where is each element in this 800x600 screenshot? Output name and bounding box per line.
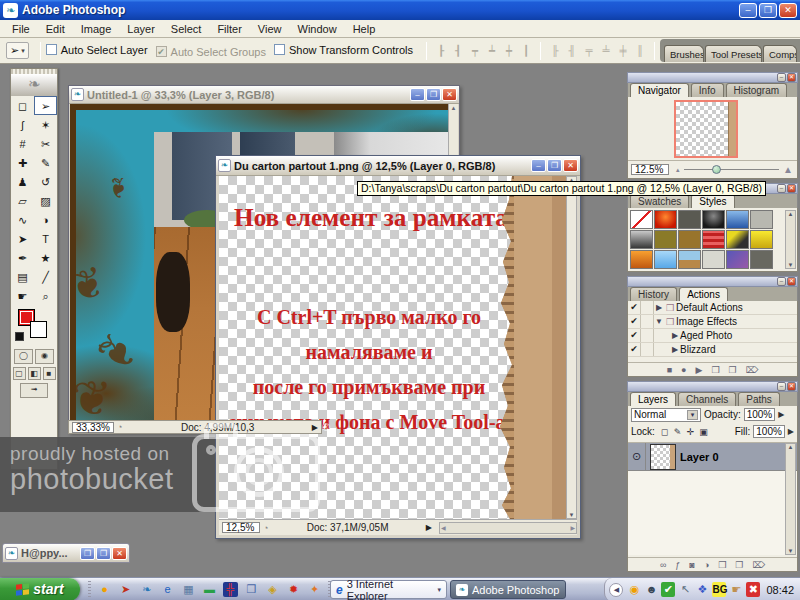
lock-button[interactable]: ◻ (658, 427, 671, 437)
path-selection-tool[interactable]: ➤ (11, 229, 34, 248)
panel-close-button[interactable]: ✕ (787, 277, 796, 286)
fill-field[interactable]: 100% (753, 425, 785, 438)
magic-wand-tool[interactable]: ✶ (34, 115, 57, 134)
doc2-minimize-button[interactable]: – (531, 159, 546, 172)
action-check-icon[interactable]: ✔ (628, 343, 641, 356)
layer-visibility-eye-icon[interactable]: ⊙ (628, 443, 646, 471)
distribute-icon[interactable]: ╤ (582, 44, 596, 58)
quicklaunch-photoshop[interactable]: ❧ (139, 582, 154, 597)
zoom-out-icon[interactable]: ▴ (676, 166, 680, 174)
style-8[interactable] (654, 230, 677, 249)
current-tool-chip[interactable]: ➢ ▾ (6, 42, 29, 59)
tray-pointer[interactable]: ↖ (678, 582, 692, 597)
style-5[interactable] (726, 210, 749, 229)
layers-scrollbar[interactable]: ▲ ▼ (785, 443, 796, 555)
distribute-icon[interactable]: ╟ (548, 44, 562, 58)
align-icon[interactable]: ┯ (468, 44, 482, 58)
tray-messenger[interactable]: ☻ (644, 582, 658, 597)
layer-row[interactable]: ⊙ Layer 0 (628, 443, 797, 471)
tab-styles[interactable]: Styles (691, 194, 734, 208)
style-15[interactable] (678, 250, 701, 269)
align-icon[interactable]: ┿ (502, 44, 516, 58)
style-13[interactable] (630, 250, 653, 269)
minimized-close-button[interactable]: ✕ (112, 547, 127, 560)
style-2[interactable] (654, 210, 677, 229)
quicklaunch-tool[interactable]: ✦ (307, 582, 322, 597)
checkbox-box[interactable] (46, 44, 57, 55)
gradient-tool[interactable]: ▨ (34, 191, 57, 210)
panel-minimize-button[interactable]: – (777, 73, 786, 82)
lock-button[interactable]: ✛ (684, 427, 697, 437)
dodge-tool[interactable]: ◑ (34, 210, 57, 229)
doc2-vertical-scrollbar[interactable]: ▲ ▼ (566, 176, 577, 519)
taskbar-button-adobe-photoshop[interactable]: ❧ Adobe Photoshop (450, 580, 566, 599)
checkbox-auto-select-groups[interactable]: ✔Auto Select Groups (156, 46, 266, 58)
panel-titlebar[interactable]: – ✕ (627, 276, 798, 287)
layers-toolbar-button[interactable]: ƒ (675, 560, 680, 570)
jump-to-imageready-button[interactable]: ➟ (20, 383, 48, 398)
tray-windows[interactable]: ❖ (695, 582, 709, 597)
style-17[interactable] (726, 250, 749, 269)
navigator-zoom-field[interactable]: 12.5% (631, 164, 669, 175)
doc2-close-button[interactable]: ✕ (563, 159, 578, 172)
navigator-thumbnail[interactable] (674, 100, 738, 158)
style-7[interactable] (630, 230, 653, 249)
custom-shape-tool[interactable]: ★ (34, 248, 57, 267)
tab-histogram[interactable]: Histogram (726, 83, 788, 97)
slider-track[interactable] (684, 169, 780, 170)
panel-minimize-button[interactable]: – (777, 382, 786, 391)
panel-close-button[interactable]: ✕ (787, 184, 796, 193)
checkbox-show-transform-controls[interactable]: Show Transform Controls (274, 44, 413, 56)
align-icon[interactable]: ┨ (451, 44, 465, 58)
tray-language[interactable]: BG (712, 582, 726, 597)
checkbox-auto-select-layer[interactable]: Auto Select Layer (46, 44, 148, 56)
lasso-tool[interactable]: ʃ (11, 115, 34, 134)
fill-slider-arrow[interactable]: ▶ (788, 427, 794, 436)
layers-toolbar-button[interactable]: ❒ (718, 560, 726, 570)
style-18[interactable] (750, 250, 773, 269)
scroll-down-icon[interactable]: ▼ (786, 262, 795, 268)
doc1-maximize-button[interactable]: ❐ (426, 88, 441, 101)
tab-layers[interactable]: Layers (630, 392, 676, 406)
doc1-titlebar[interactable]: ❧ Untitled-1 @ 33,3% (Layer 3, RGB/8) – … (69, 86, 459, 104)
action-check-icon[interactable]: ✔ (628, 329, 641, 342)
layers-toolbar-button[interactable]: ∞ (660, 560, 666, 570)
palette-tab-tool-presets[interactable]: Tool Presets (705, 45, 762, 62)
slice-tool[interactable]: ✂ (34, 134, 57, 153)
close-button[interactable]: ✕ (779, 3, 797, 18)
actions-toolbar-button[interactable]: ■ (667, 365, 672, 375)
action-row-aged-photo[interactable]: ✔▶Aged Photo (628, 329, 797, 343)
quicklaunch-calculator[interactable]: ▦ (181, 582, 196, 597)
panel-titlebar[interactable]: – ✕ (627, 72, 798, 83)
brush-tool[interactable]: ✎ (34, 153, 57, 172)
hand-tool[interactable]: ☛ (11, 286, 34, 305)
blend-mode-select[interactable]: Normal ▾ (631, 408, 701, 422)
style-12[interactable] (750, 230, 773, 249)
doc1-close-button[interactable]: ✕ (442, 88, 457, 101)
opacity-field[interactable]: 100% (744, 408, 776, 421)
history-brush-tool[interactable]: ↺ (34, 172, 57, 191)
start-button[interactable]: start (0, 578, 80, 600)
collapsed-icon[interactable]: ▶ (670, 331, 680, 340)
blur-tool[interactable]: ∿ (11, 210, 34, 229)
notes-tool[interactable]: ▤ (11, 267, 34, 286)
tray-orange[interactable]: ◉ (627, 582, 641, 597)
quicklaunch-red-star[interactable]: ✹ (286, 582, 301, 597)
distribute-icon[interactable]: ╪ (616, 44, 630, 58)
scroll-up-icon[interactable]: ▲ (786, 211, 795, 217)
action-check-icon[interactable]: ✔ (628, 301, 641, 314)
scroll-down-icon[interactable]: ▼ (786, 548, 795, 554)
distribute-icon[interactable]: ╧ (599, 44, 613, 58)
style-6[interactable] (750, 210, 773, 229)
tab-paths[interactable]: Paths (738, 392, 780, 406)
scroll-up-icon[interactable]: ▲ (786, 444, 795, 450)
quicklaunch-internet-explorer[interactable]: e (160, 582, 175, 597)
tray-hand[interactable]: ☛ (729, 582, 743, 597)
action-dialog-toggle[interactable] (641, 343, 654, 356)
style-16[interactable] (702, 250, 725, 269)
tray-chevron-icon[interactable]: ◀ (609, 583, 623, 597)
style-9[interactable] (678, 230, 701, 249)
status-menu-arrow[interactable]: ▶ (426, 523, 432, 532)
eraser-tool[interactable]: ▱ (11, 191, 34, 210)
menu-window[interactable]: Window (290, 21, 345, 37)
